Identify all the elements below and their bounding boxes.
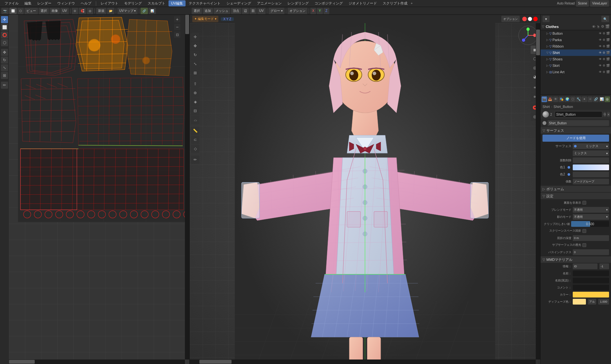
mat-copy-btn[interactable]: ⧉: [604, 112, 606, 117]
menu-sculpt[interactable]: スカルプト: [145, 0, 168, 6]
mmd-comment-input[interactable]: [573, 285, 609, 290]
tree-item-shoes[interactable]: ▷ ▽ Shoes 👁 ⚙ 🎬: [541, 56, 611, 62]
btn-select-mode[interactable]: ⬜: [9, 8, 17, 14]
tool-transform[interactable]: ⊞: [1, 72, 8, 79]
prop-icon-material[interactable]: ◎: [605, 96, 610, 102]
btn-select-mode2[interactable]: ⬡: [17, 8, 24, 14]
ss-refraction-checkbox[interactable]: [582, 229, 586, 233]
menu-layout[interactable]: レイアウト: [98, 0, 121, 6]
refraction-depth-value[interactable]: 0 m: [573, 235, 609, 241]
uv-canvas[interactable]: + − ⊡: [9, 15, 189, 364]
btn-select-menu[interactable]: 選択: [39, 8, 49, 14]
breadcrumb-shirt[interactable]: Shirt: [543, 105, 550, 109]
mmd-color-bar[interactable]: [573, 292, 609, 297]
uv-zoom-out[interactable]: −: [174, 24, 180, 30]
btn-pivot[interactable]: ⊙: [72, 8, 78, 14]
prop-icon-scene[interactable]: 🎭: [559, 96, 564, 102]
face-culling-checkbox[interactable]: [582, 201, 586, 205]
viewport-canvas[interactable]: ユーザー・透視投影 (16) Shirt: [190, 23, 540, 364]
vp-tool-shear[interactable]: ◇: [191, 145, 199, 153]
menu-file[interactable]: ファイル: [2, 0, 21, 6]
mmd-id-num[interactable]: -1: [599, 263, 609, 269]
menu-window[interactable]: ウィンドウ: [55, 0, 78, 6]
breadcrumb-shirt-button[interactable]: Shirt_Button: [553, 105, 573, 109]
vp-options-btn[interactable]: オプション: [501, 16, 520, 22]
btn-filter-icon[interactable]: ▼: [543, 16, 550, 22]
prop-icon-physics[interactable]: ⚛: [588, 96, 593, 102]
vp-vertex-menu[interactable]: 頂点: [231, 8, 241, 14]
mmd-diffuse-bar[interactable]: [573, 299, 586, 305]
menu-geometry-nodes[interactable]: ジオメトリノード: [346, 0, 379, 6]
tool-scale[interactable]: ⤡: [1, 64, 8, 71]
color2-bar[interactable]: [573, 172, 609, 177]
menu-uv-edit[interactable]: UV編集: [169, 0, 186, 6]
mix-type-dropdown[interactable]: ミックス ▾: [573, 150, 609, 156]
vp-select-menu[interactable]: 選択: [192, 8, 202, 14]
prop-icon-particles[interactable]: ✦: [582, 96, 587, 102]
tree-item-skirt[interactable]: ▷ ▽ Skirt 👁 ⚙ 🎬: [541, 62, 611, 69]
tree-item-button[interactable]: ▷ ▽ Button 👁 ⚙ 🎬: [541, 30, 611, 37]
btn-open[interactable]: 📂: [107, 8, 114, 14]
mat-name-field[interactable]: [548, 120, 609, 126]
uv-zoom-in[interactable]: +: [174, 16, 180, 22]
prop-icon-constraints[interactable]: 🔗: [593, 96, 598, 102]
btn-search-scene[interactable]: 🔍: [601, 16, 609, 22]
menu-rendering[interactable]: レンダリング: [285, 0, 311, 6]
menu-shading[interactable]: シェーディング: [224, 0, 254, 6]
al-value[interactable]: 1.000: [598, 299, 609, 305]
prop-icon-modifier[interactable]: 🔧: [576, 96, 581, 102]
vp-tool-extrude[interactable]: ⇧: [191, 80, 199, 88]
pass-index-value[interactable]: 0: [573, 249, 609, 255]
vp-tool-bevel[interactable]: ◈: [191, 98, 199, 106]
menu-render[interactable]: レンダー: [35, 0, 54, 6]
uv-vscroll[interactable]: [185, 15, 189, 360]
tree-item-shirt[interactable]: ▽ ▽ Shirt 👁 ⚙ 🎬: [541, 49, 611, 56]
vp-tool-knife[interactable]: ⌓: [191, 116, 199, 124]
shadow-mode-dropdown[interactable]: 不透明 ▾: [573, 214, 609, 220]
nodegroup-value[interactable]: ノードグループ: [573, 179, 609, 184]
prop-icon-render[interactable]: 🎬: [542, 96, 547, 102]
mmd-section-header[interactable]: ▽ MMDマテリアル: [541, 256, 611, 263]
btn-view-menu[interactable]: ビュー: [24, 8, 38, 14]
vp-mesh-menu[interactable]: メッシュ: [214, 8, 230, 14]
menu-texture-paint[interactable]: テクスチャペイント: [186, 0, 223, 6]
menu-animation[interactable]: アニメーション: [254, 0, 284, 6]
scene-selector[interactable]: Scene: [576, 0, 589, 7]
vp-tool-transform[interactable]: ⊞: [191, 69, 199, 77]
btn-snapping[interactable]: 🧲: [79, 8, 86, 14]
menu-modeling[interactable]: モデリング: [122, 0, 144, 6]
tool-select-circle[interactable]: ⭕: [1, 31, 8, 39]
tool-select-lasso[interactable]: ⬡: [1, 39, 8, 46]
vp-uv-menu[interactable]: UV: [257, 8, 266, 14]
material-name-input[interactable]: [555, 111, 602, 118]
btn-proportional[interactable]: ◎: [87, 8, 93, 14]
vp-tool-inset[interactable]: ⊛: [191, 89, 199, 97]
tree-item-lineart[interactable]: ▷ ⊟ Line Art 👁 ⚙ 🎬: [541, 69, 611, 75]
vp-tool-scale[interactable]: ⤡: [191, 60, 199, 68]
color1-bar[interactable]: [573, 164, 609, 170]
nodes-use-button[interactable]: ノードを使用: [543, 135, 609, 142]
prop-icon-data[interactable]: 📊: [599, 96, 604, 102]
prop-icon-view[interactable]: 👁: [553, 96, 559, 102]
volume-section-header[interactable]: ▷ ボリューム: [541, 186, 611, 192]
btn-uv-sync[interactable]: 🔗: [141, 8, 148, 14]
uv-fit[interactable]: ⊡: [174, 31, 180, 38]
vp-add-menu[interactable]: 追加: [203, 8, 213, 14]
vp-tool-rotate[interactable]: ↻: [191, 51, 199, 59]
btn-new[interactable]: 新規: [96, 8, 106, 14]
vp-tool-cursor[interactable]: ✛: [191, 33, 199, 41]
vp-hscroll[interactable]: [190, 360, 536, 364]
mmd-name-en-input[interactable]: [573, 278, 609, 283]
vp-tool-shrink[interactable]: ⊂: [191, 136, 199, 144]
prop-icon-object[interactable]: ⬡: [570, 96, 576, 102]
vp-tool-move[interactable]: ✥: [191, 42, 199, 50]
vp-tool-measure[interactable]: 📏: [191, 127, 199, 135]
prop-icon-output[interactable]: 📤: [547, 96, 553, 102]
tool-cursor[interactable]: ✛: [1, 16, 8, 23]
mmd-id-value[interactable]: ID: [573, 263, 597, 269]
vp-options[interactable]: オプション: [287, 8, 307, 14]
vp-glow[interactable]: グロー ▾: [269, 8, 285, 14]
surface-section-header[interactable]: ▽ サーフェス: [541, 127, 611, 134]
btn-stretch[interactable]: 📊: [149, 8, 156, 14]
vp-axes-y[interactable]: Y: [317, 8, 323, 14]
